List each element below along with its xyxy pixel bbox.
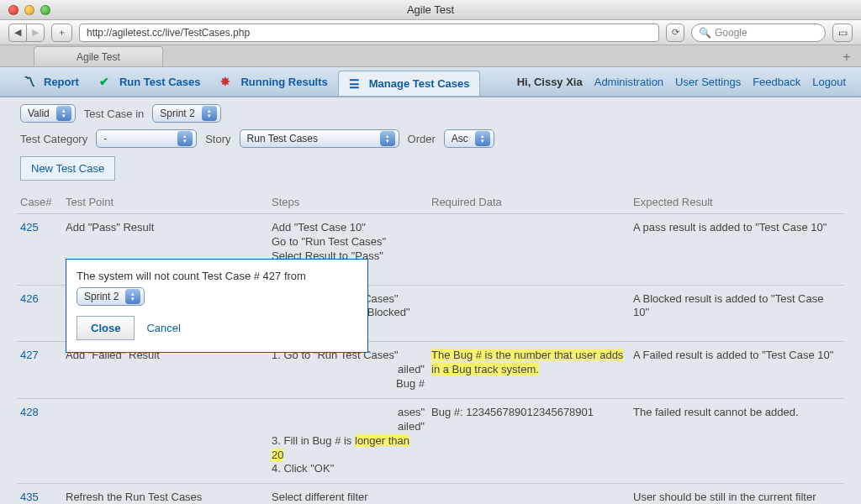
dialog-text: The system will not count Test Case # 42… — [77, 270, 306, 282]
dialog-cancel-link[interactable]: Cancel — [146, 322, 180, 334]
test-point-cell — [62, 398, 268, 483]
filter-row-2: Test Category - ▴▾ Story Run Test Cases … — [0, 126, 861, 156]
expected-cell: A Failed result is added to "Test Case 1… — [630, 342, 844, 399]
reload-button[interactable]: ⟳ — [666, 24, 684, 42]
col-expected: Expected Result — [630, 191, 844, 214]
col-case: Case# — [17, 191, 62, 214]
test-point-cell: Refresh the Run Test Cases — [62, 484, 268, 504]
app-nav: 〽 Report ✔ Run Test Cases ✸ Running Resu… — [0, 67, 861, 97]
bug-icon: ✸ — [220, 75, 235, 88]
step-line: ailed" — [272, 420, 425, 434]
window-title: Agile Test — [0, 3, 861, 16]
browser-search-field[interactable]: 🔍 Google — [691, 24, 826, 42]
browser-toolbar: ◀ ▶ ＋ http://agiletest.cc/live/TestCases… — [0, 20, 861, 45]
clipboard-icon: ☰ — [349, 77, 364, 91]
new-tab-button[interactable]: + — [836, 50, 858, 66]
expected-cell: A pass result is added to "Test Case 10" — [630, 214, 844, 286]
step-line: Bug # — [272, 377, 425, 391]
required-data-cell: Bug #: 123456789012345678901 — [428, 398, 630, 483]
case-link[interactable]: 428 — [17, 398, 62, 483]
select-value: Run Test Cases — [247, 133, 373, 144]
steps-cell: ases" ailed" 3. Fill in Bug # is longer … — [268, 398, 428, 483]
select-value: - — [103, 133, 171, 144]
nav-manage-test-cases[interactable]: ☰ Manage Test Cases — [338, 71, 481, 96]
nav-label: Running Results — [240, 76, 327, 88]
col-steps: Steps — [268, 191, 428, 214]
search-icon: 🔍 — [699, 27, 711, 39]
validity-select[interactable]: Valid ▴▾ — [20, 104, 76, 123]
chevron-updown-icon: ▴▾ — [475, 131, 490, 146]
chevron-updown-icon: ▴▾ — [177, 131, 193, 146]
nav-arrows: ◀ ▶ — [8, 24, 45, 42]
story-label: Story — [205, 133, 230, 145]
link-feedback[interactable]: Feedback — [753, 76, 800, 88]
required-data-cell — [428, 285, 630, 342]
chevron-updown-icon: ▴▾ — [202, 106, 217, 121]
greeting: Hi, Cissy Xia — [517, 76, 583, 88]
col-required-data: Required Data — [428, 191, 630, 214]
step-line: ases" — [272, 406, 425, 420]
back-button[interactable]: ◀ — [8, 24, 26, 42]
add-bookmark-button[interactable]: ＋ — [51, 24, 72, 42]
case-link[interactable]: 427 — [17, 342, 62, 399]
required-data-cell: The Bug # is the number that user adds i… — [428, 342, 630, 399]
table-row: 428 ases" ailed" 3. Fill in Bug # is lon… — [17, 398, 844, 483]
new-test-case-button[interactable]: New Test Case — [20, 156, 115, 181]
chevron-updown-icon: ▴▾ — [125, 289, 140, 304]
zoom-window-icon[interactable] — [40, 5, 50, 15]
chevron-updown-icon: ▴▾ — [380, 131, 395, 146]
close-window-icon[interactable] — [8, 5, 18, 15]
search-placeholder: Google — [715, 27, 747, 39]
link-administration[interactable]: Administration — [594, 76, 663, 88]
expected-cell: User should be still in the current filt… — [630, 484, 844, 504]
forward-button[interactable]: ▶ — [26, 24, 45, 42]
delete-case-dialog: The system will not count Test Case # 42… — [66, 259, 368, 353]
test-category-label: Test Category — [20, 133, 87, 145]
case-link[interactable]: 435 — [17, 484, 62, 504]
select-value: Sprint 2 — [84, 291, 119, 302]
order-label: Order — [408, 133, 436, 145]
step-line: 3. Fill in Bug # is longer than 20 — [272, 434, 425, 463]
page-content: 〽 Report ✔ Run Test Cases ✸ Running Resu… — [0, 67, 861, 504]
window-titlebar: Agile Test — [0, 0, 861, 20]
minimize-window-icon[interactable] — [24, 5, 34, 15]
category-select[interactable]: - ▴▾ — [96, 129, 197, 148]
checklist-icon: ✔ — [99, 75, 114, 88]
chart-icon: 〽 — [24, 75, 39, 88]
highlighted-text: The Bug # is the number that user adds i… — [431, 349, 623, 375]
nav-right: Hi, Cissy Xia Administration User Settin… — [517, 67, 861, 96]
nav-label: Run Test Cases — [119, 76, 201, 88]
toolbar-overflow-button[interactable]: ▭ — [832, 24, 853, 42]
step-line: 4. Click "OK" — [272, 462, 425, 476]
case-in-label: Test Case in — [84, 108, 145, 120]
col-test-point: Test Point — [62, 191, 268, 214]
story-select[interactable]: Run Test Cases ▴▾ — [240, 129, 399, 148]
browser-tabbar: Agile Test + — [0, 45, 861, 67]
chevron-updown-icon: ▴▾ — [56, 106, 71, 121]
filter-row-1: Valid ▴▾ Test Case in Sprint 2 ▴▾ — [0, 97, 861, 126]
link-logout[interactable]: Logout — [812, 76, 846, 88]
link-user-settings[interactable]: User Settings — [675, 76, 741, 88]
dialog-sprint-select[interactable]: Sprint 2 ▴▾ — [77, 287, 145, 306]
nav-label: Report — [44, 76, 79, 88]
required-data-cell — [428, 214, 630, 286]
sprint-select[interactable]: Sprint 2 ▴▾ — [152, 104, 220, 123]
table-row: 435 Refresh the Run Test Cases Select di… — [17, 484, 844, 504]
case-link[interactable]: 425 — [17, 214, 62, 286]
table-header-row: Case# Test Point Steps Required Data Exp… — [17, 191, 844, 214]
expected-cell: A Blocked result is added to "Test Case … — [630, 285, 844, 342]
nav-running-results[interactable]: ✸ Running Results — [210, 67, 337, 96]
nav-run-test-cases[interactable]: ✔ Run Test Cases — [89, 67, 211, 96]
nav-label: Manage Test Cases — [369, 77, 470, 90]
step-line: ailed" — [272, 363, 425, 377]
expected-cell: The failed result cannot be added. — [630, 398, 844, 483]
url-field[interactable]: http://agiletest.cc/live/TestCases.php — [79, 24, 659, 42]
select-value: Sprint 2 — [160, 108, 194, 119]
order-select[interactable]: Asc ▴▾ — [444, 129, 494, 148]
dialog-close-button[interactable]: Close — [77, 316, 135, 340]
browser-tab-agile-test[interactable]: Agile Test — [34, 46, 163, 66]
steps-cell: Select different filter combination, and… — [268, 484, 428, 504]
case-link[interactable]: 426 — [17, 285, 62, 342]
required-data-cell — [428, 484, 630, 504]
nav-report[interactable]: 〽 Report — [13, 67, 89, 96]
